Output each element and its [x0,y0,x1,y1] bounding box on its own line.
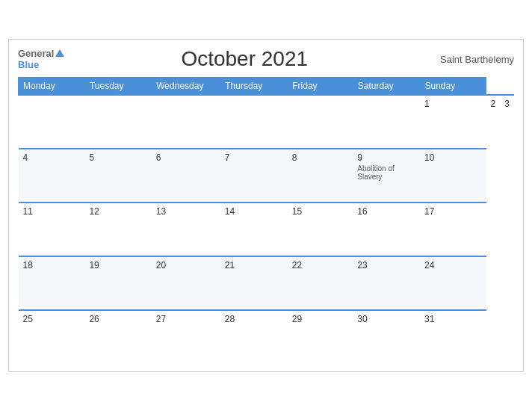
calendar-day: 11 [19,203,85,256]
calendar-day: 29 [288,310,353,364]
calendar-day [353,95,420,149]
col-friday: Friday [288,78,353,96]
day-number: 7 [225,152,283,163]
day-number: 4 [23,152,81,163]
calendar-week-row: 11121314151617 [19,203,515,256]
day-number: 12 [89,206,146,217]
day-number: 28 [225,314,283,324]
col-saturday: Saturday [353,78,420,96]
logo: General Blue [18,49,64,70]
calendar-day: 12 [84,203,151,256]
calendar-day: 17 [420,203,486,256]
calendar-day [288,95,353,149]
day-number: 23 [357,260,415,271]
day-number: 1 [424,99,482,109]
col-monday: Monday [19,78,85,96]
day-number: 30 [357,314,415,324]
calendar-day: 25 [19,310,85,364]
logo-triangle-icon [55,49,64,57]
calendar-day: 27 [152,310,220,364]
calendar-grid: Monday Tuesday Wednesday Thursday Friday… [18,77,514,364]
calendar-day: 28 [220,310,288,364]
calendar-day: 2 [486,95,501,149]
calendar-region: Saint Barthelemy [424,54,514,65]
col-sunday: Sunday [420,78,486,96]
col-thursday: Thursday [220,78,288,96]
calendar-day: 18 [19,256,85,310]
calendar-day: 19 [84,256,151,310]
calendar-day: 24 [420,256,486,310]
calendar-day: 6 [152,149,220,203]
calendar-day: 30 [353,310,420,364]
calendar-day: 16 [353,203,420,256]
day-number: 14 [225,206,283,217]
day-number: 29 [292,314,349,324]
calendar-container: General Blue October 2021 Saint Barthele… [8,39,524,372]
day-number: 21 [225,260,283,271]
day-number: 18 [23,260,81,271]
day-number: 27 [156,314,216,324]
calendar-day: 9Abolition of Slavery [353,149,420,203]
day-number: 13 [156,206,216,217]
calendar-day-empty [84,95,151,149]
calendar-day: 20 [152,256,220,310]
day-number: 8 [292,152,349,163]
calendar-day-empty [152,95,220,149]
calendar-day: 15 [288,203,353,256]
calendar-day-empty [19,95,85,149]
calendar-header: General Blue October 2021 Saint Barthele… [18,47,514,71]
calendar-week-row: 25262728293031 [19,310,515,364]
calendar-day: 10 [420,149,486,203]
calendar-day: 7 [220,149,288,203]
calendar-day: 13 [152,203,220,256]
calendar-day: 5 [84,149,151,203]
logo-blue: Blue [18,59,39,70]
calendar-week-row: 456789Abolition of Slavery10 [19,149,515,203]
calendar-day: 14 [220,203,288,256]
day-number: 20 [156,260,216,271]
day-number: 6 [156,152,216,163]
day-event: Abolition of Slavery [357,164,415,181]
calendar-day: 23 [353,256,420,310]
day-number: 17 [424,206,482,217]
calendar-day: 31 [420,310,486,364]
day-number: 10 [424,152,482,163]
day-number: 19 [89,260,146,271]
calendar-day: 26 [84,310,151,364]
calendar-week-row: 123 [19,95,515,149]
day-number: 9 [357,152,415,163]
day-number: 11 [23,206,81,217]
calendar-week-row: 18192021222324 [19,256,515,310]
day-number: 31 [424,314,482,324]
calendar-header-row: Monday Tuesday Wednesday Thursday Friday… [19,78,515,96]
calendar-day: 4 [19,149,85,203]
day-number: 24 [424,260,482,271]
calendar-day: 8 [288,149,353,203]
day-number: 5 [89,152,146,163]
day-number: 25 [23,314,81,324]
col-tuesday: Tuesday [84,78,151,96]
day-number: 16 [357,206,415,217]
calendar-day: 1 [420,95,486,149]
calendar-day: 3 [500,95,514,149]
logo-general: General [18,49,54,58]
day-number: 3 [504,99,510,109]
calendar-day: 21 [220,256,288,310]
day-number: 22 [292,260,349,271]
calendar-day: 22 [288,256,353,310]
day-number: 26 [89,314,146,324]
col-wednesday: Wednesday [152,78,220,96]
day-number: 15 [292,206,349,217]
calendar-day [220,95,288,149]
calendar-title: October 2021 [64,47,424,71]
day-number: 2 [491,99,496,109]
